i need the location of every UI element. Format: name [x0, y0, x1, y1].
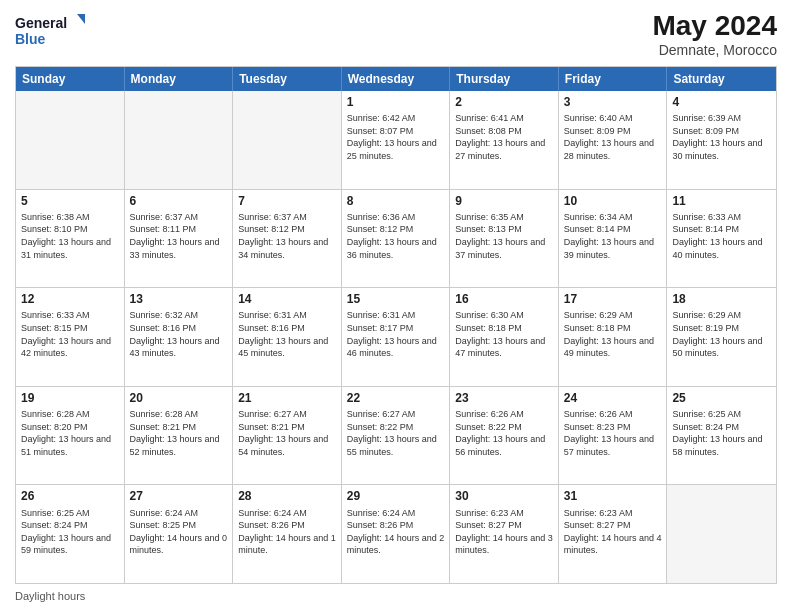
day-number: 22 [347, 390, 445, 406]
day-cell-30: 30Sunrise: 6:23 AM Sunset: 8:27 PM Dayli… [450, 485, 559, 583]
calendar: SundayMondayTuesdayWednesdayThursdayFrid… [15, 66, 777, 584]
cell-info: Sunrise: 6:37 AM Sunset: 8:12 PM Dayligh… [238, 211, 336, 261]
header-day-thursday: Thursday [450, 67, 559, 91]
location: Demnate, Morocco [652, 42, 777, 58]
day-number: 2 [455, 94, 553, 110]
day-number: 23 [455, 390, 553, 406]
week-row-3: 12Sunrise: 6:33 AM Sunset: 8:15 PM Dayli… [16, 287, 776, 386]
day-number: 15 [347, 291, 445, 307]
page: General Blue May 2024 Demnate, Morocco S… [0, 0, 792, 612]
day-cell-5: 5Sunrise: 6:38 AM Sunset: 8:10 PM Daylig… [16, 190, 125, 288]
day-number: 10 [564, 193, 662, 209]
svg-marker-2 [77, 14, 85, 24]
week-row-4: 19Sunrise: 6:28 AM Sunset: 8:20 PM Dayli… [16, 386, 776, 485]
day-cell-4: 4Sunrise: 6:39 AM Sunset: 8:09 PM Daylig… [667, 91, 776, 189]
day-cell-8: 8Sunrise: 6:36 AM Sunset: 8:12 PM Daylig… [342, 190, 451, 288]
day-number: 19 [21, 390, 119, 406]
cell-info: Sunrise: 6:23 AM Sunset: 8:27 PM Dayligh… [455, 507, 553, 557]
cell-info: Sunrise: 6:42 AM Sunset: 8:07 PM Dayligh… [347, 112, 445, 162]
cell-info: Sunrise: 6:33 AM Sunset: 8:15 PM Dayligh… [21, 309, 119, 359]
week-row-1: 1Sunrise: 6:42 AM Sunset: 8:07 PM Daylig… [16, 91, 776, 189]
day-number: 18 [672, 291, 771, 307]
day-cell-21: 21Sunrise: 6:27 AM Sunset: 8:21 PM Dayli… [233, 387, 342, 485]
day-cell-22: 22Sunrise: 6:27 AM Sunset: 8:22 PM Dayli… [342, 387, 451, 485]
logo-svg: General Blue [15, 10, 85, 50]
day-cell-16: 16Sunrise: 6:30 AM Sunset: 8:18 PM Dayli… [450, 288, 559, 386]
cell-info: Sunrise: 6:26 AM Sunset: 8:22 PM Dayligh… [455, 408, 553, 458]
day-number: 31 [564, 488, 662, 504]
day-number: 8 [347, 193, 445, 209]
day-cell-17: 17Sunrise: 6:29 AM Sunset: 8:18 PM Dayli… [559, 288, 668, 386]
day-cell-10: 10Sunrise: 6:34 AM Sunset: 8:14 PM Dayli… [559, 190, 668, 288]
day-number: 25 [672, 390, 771, 406]
header: General Blue May 2024 Demnate, Morocco [15, 10, 777, 58]
day-cell-25: 25Sunrise: 6:25 AM Sunset: 8:24 PM Dayli… [667, 387, 776, 485]
day-cell-9: 9Sunrise: 6:35 AM Sunset: 8:13 PM Daylig… [450, 190, 559, 288]
empty-cell-0-2 [233, 91, 342, 189]
cell-info: Sunrise: 6:40 AM Sunset: 8:09 PM Dayligh… [564, 112, 662, 162]
header-day-saturday: Saturday [667, 67, 776, 91]
day-cell-2: 2Sunrise: 6:41 AM Sunset: 8:08 PM Daylig… [450, 91, 559, 189]
day-number: 6 [130, 193, 228, 209]
cell-info: Sunrise: 6:27 AM Sunset: 8:22 PM Dayligh… [347, 408, 445, 458]
day-number: 9 [455, 193, 553, 209]
cell-info: Sunrise: 6:29 AM Sunset: 8:18 PM Dayligh… [564, 309, 662, 359]
day-number: 7 [238, 193, 336, 209]
cell-info: Sunrise: 6:37 AM Sunset: 8:11 PM Dayligh… [130, 211, 228, 261]
day-number: 5 [21, 193, 119, 209]
day-cell-26: 26Sunrise: 6:25 AM Sunset: 8:24 PM Dayli… [16, 485, 125, 583]
header-day-sunday: Sunday [16, 67, 125, 91]
cell-info: Sunrise: 6:25 AM Sunset: 8:24 PM Dayligh… [21, 507, 119, 557]
day-number: 20 [130, 390, 228, 406]
day-number: 28 [238, 488, 336, 504]
month-year: May 2024 [652, 10, 777, 42]
cell-info: Sunrise: 6:36 AM Sunset: 8:12 PM Dayligh… [347, 211, 445, 261]
calendar-body: 1Sunrise: 6:42 AM Sunset: 8:07 PM Daylig… [16, 91, 776, 583]
day-number: 16 [455, 291, 553, 307]
cell-info: Sunrise: 6:24 AM Sunset: 8:25 PM Dayligh… [130, 507, 228, 557]
day-cell-18: 18Sunrise: 6:29 AM Sunset: 8:19 PM Dayli… [667, 288, 776, 386]
day-number: 4 [672, 94, 771, 110]
empty-cell-4-6 [667, 485, 776, 583]
cell-info: Sunrise: 6:24 AM Sunset: 8:26 PM Dayligh… [238, 507, 336, 557]
cell-info: Sunrise: 6:35 AM Sunset: 8:13 PM Dayligh… [455, 211, 553, 261]
title-block: May 2024 Demnate, Morocco [652, 10, 777, 58]
day-cell-23: 23Sunrise: 6:26 AM Sunset: 8:22 PM Dayli… [450, 387, 559, 485]
cell-info: Sunrise: 6:31 AM Sunset: 8:16 PM Dayligh… [238, 309, 336, 359]
header-day-tuesday: Tuesday [233, 67, 342, 91]
day-number: 21 [238, 390, 336, 406]
day-cell-1: 1Sunrise: 6:42 AM Sunset: 8:07 PM Daylig… [342, 91, 451, 189]
day-cell-20: 20Sunrise: 6:28 AM Sunset: 8:21 PM Dayli… [125, 387, 234, 485]
svg-text:General: General [15, 15, 67, 31]
day-number: 11 [672, 193, 771, 209]
empty-cell-0-0 [16, 91, 125, 189]
cell-info: Sunrise: 6:39 AM Sunset: 8:09 PM Dayligh… [672, 112, 771, 162]
day-cell-31: 31Sunrise: 6:23 AM Sunset: 8:27 PM Dayli… [559, 485, 668, 583]
cell-info: Sunrise: 6:27 AM Sunset: 8:21 PM Dayligh… [238, 408, 336, 458]
cell-info: Sunrise: 6:23 AM Sunset: 8:27 PM Dayligh… [564, 507, 662, 557]
svg-text:Blue: Blue [15, 31, 46, 47]
day-number: 27 [130, 488, 228, 504]
cell-info: Sunrise: 6:33 AM Sunset: 8:14 PM Dayligh… [672, 211, 771, 261]
logo: General Blue [15, 10, 85, 50]
day-cell-24: 24Sunrise: 6:26 AM Sunset: 8:23 PM Dayli… [559, 387, 668, 485]
day-cell-28: 28Sunrise: 6:24 AM Sunset: 8:26 PM Dayli… [233, 485, 342, 583]
empty-cell-0-1 [125, 91, 234, 189]
day-cell-14: 14Sunrise: 6:31 AM Sunset: 8:16 PM Dayli… [233, 288, 342, 386]
day-cell-6: 6Sunrise: 6:37 AM Sunset: 8:11 PM Daylig… [125, 190, 234, 288]
footer: Daylight hours [15, 590, 777, 602]
day-number: 1 [347, 94, 445, 110]
day-number: 3 [564, 94, 662, 110]
cell-info: Sunrise: 6:24 AM Sunset: 8:26 PM Dayligh… [347, 507, 445, 557]
calendar-header: SundayMondayTuesdayWednesdayThursdayFrid… [16, 67, 776, 91]
day-number: 29 [347, 488, 445, 504]
cell-info: Sunrise: 6:28 AM Sunset: 8:20 PM Dayligh… [21, 408, 119, 458]
day-number: 13 [130, 291, 228, 307]
footer-text: Daylight hours [15, 590, 85, 602]
day-cell-11: 11Sunrise: 6:33 AM Sunset: 8:14 PM Dayli… [667, 190, 776, 288]
week-row-5: 26Sunrise: 6:25 AM Sunset: 8:24 PM Dayli… [16, 484, 776, 583]
day-number: 14 [238, 291, 336, 307]
day-cell-3: 3Sunrise: 6:40 AM Sunset: 8:09 PM Daylig… [559, 91, 668, 189]
day-cell-15: 15Sunrise: 6:31 AM Sunset: 8:17 PM Dayli… [342, 288, 451, 386]
cell-info: Sunrise: 6:26 AM Sunset: 8:23 PM Dayligh… [564, 408, 662, 458]
